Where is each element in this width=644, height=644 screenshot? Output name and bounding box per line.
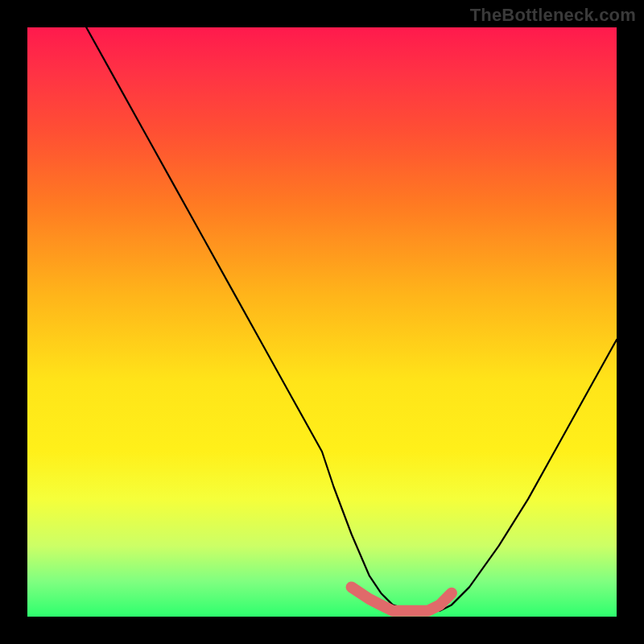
curve-overlay <box>27 27 617 617</box>
watermark-text: TheBottleneck.com <box>470 5 636 26</box>
valley-highlight <box>352 587 452 610</box>
bottleneck-curve <box>86 27 617 611</box>
chart-frame: TheBottleneck.com <box>0 0 644 644</box>
plot-area <box>27 27 617 617</box>
